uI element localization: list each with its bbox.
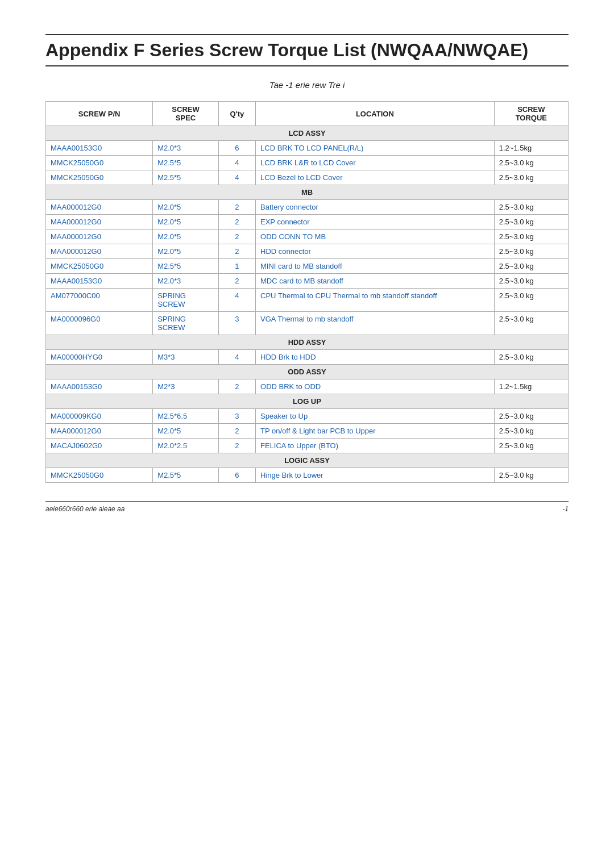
- spec-cell: M2.0*3: [153, 141, 219, 156]
- spec-cell: M2.0*5: [153, 200, 219, 215]
- qty-cell: 2: [218, 244, 255, 259]
- location-cell: CPU Thermal to CPU Thermal to mb standof…: [256, 289, 495, 312]
- pn-cell: MMCK25050G0: [46, 259, 153, 274]
- pn-cell: MAA000012G0: [46, 424, 153, 439]
- torque-cell: 2.5~3.0 kg: [494, 200, 568, 215]
- qty-cell: 2: [218, 439, 255, 453]
- table-row: MAA000012G0M2.0*52HDD connector2.5~3.0 k…: [46, 244, 569, 259]
- torque-cell: 1.2~1.5kg: [494, 141, 568, 156]
- pn-cell: MAA000012G0: [46, 215, 153, 229]
- spec-cell: M2.0*5: [153, 229, 219, 244]
- section-header-row: LOGIC ASSY: [46, 453, 569, 468]
- qty-cell: 3: [218, 409, 255, 424]
- spec-cell: M2.5*5: [153, 259, 219, 274]
- table-row: MAA000012G0M2.0*52ODD CONN TO MB2.5~3.0 …: [46, 229, 569, 244]
- location-cell: EXP connector: [256, 215, 495, 229]
- qty-cell: 4: [218, 156, 255, 170]
- qty-cell: 4: [218, 350, 255, 365]
- table-row: MMCK25050G0M2.5*56Hinge Brk to Lower2.5~…: [46, 468, 569, 483]
- spec-cell: M2.0*5: [153, 424, 219, 439]
- pn-cell: MA0000096G0: [46, 312, 153, 335]
- section-header-row: ODD ASSY: [46, 365, 569, 379]
- qty-cell: 2: [218, 200, 255, 215]
- spec-cell: M2.5*5: [153, 468, 219, 483]
- pn-cell: MACAJ0602G0: [46, 439, 153, 453]
- table-row: MAA000012G0M2.0*52EXP connector2.5~3.0 k…: [46, 215, 569, 229]
- spec-cell: SPRINGSCREW: [153, 312, 219, 335]
- page-title: Appendix F Series Screw Torque List (NWQ…: [45, 40, 569, 66]
- section-header-row: HDD ASSY: [46, 335, 569, 350]
- torque-cell: 2.5~3.0 kg: [494, 170, 568, 185]
- table-row: MMCK25050G0M2.5*51MINI card to MB stando…: [46, 259, 569, 274]
- section-header-row: LOG UP: [46, 394, 569, 409]
- table-row: MAAA00153G0M2*32ODD BRK to ODD1.2~1.5kg: [46, 379, 569, 394]
- pn-cell: MA00000HYG0: [46, 350, 153, 365]
- qty-cell: 1: [218, 259, 255, 274]
- torque-cell: 2.5~3.0 kg: [494, 312, 568, 335]
- table-subtitle: Tae -1 erie rew Tre i: [45, 80, 569, 90]
- qty-cell: 4: [218, 170, 255, 185]
- pn-cell: MMCK25050G0: [46, 468, 153, 483]
- pn-cell: MAAA00153G0: [46, 274, 153, 289]
- location-cell: Hinge Brk to Lower: [256, 468, 495, 483]
- spec-cell: M2.0*5: [153, 244, 219, 259]
- location-cell: LCD BRK TO LCD PANEL(R/L): [256, 141, 495, 156]
- torque-cell: 2.5~3.0 kg: [494, 439, 568, 453]
- table-row: MA000009KG0M2.5*6.53Speaker to Up2.5~3.0…: [46, 409, 569, 424]
- location-cell: HDD connector: [256, 244, 495, 259]
- qty-cell: 6: [218, 141, 255, 156]
- spec-cell: M2.0*2.5: [153, 439, 219, 453]
- location-cell: MINI card to MB standoff: [256, 259, 495, 274]
- spec-cell: M2.5*5: [153, 170, 219, 185]
- torque-cell: 2.5~3.0 kg: [494, 156, 568, 170]
- table-row: MMCK25050G0M2.5*54LCD Bezel to LCD Cover…: [46, 170, 569, 185]
- header-location: LOCATION: [256, 102, 495, 126]
- torque-cell: 2.5~3.0 kg: [494, 215, 568, 229]
- spec-cell: M2*3: [153, 379, 219, 394]
- qty-cell: 3: [218, 312, 255, 335]
- footer-right: -1: [562, 505, 569, 513]
- pn-cell: MAA000012G0: [46, 244, 153, 259]
- location-cell: VGA Thermal to mb standoff: [256, 312, 495, 335]
- table-row: MA0000096G0SPRINGSCREW3VGA Thermal to mb…: [46, 312, 569, 335]
- spec-cell: M2.0*3: [153, 274, 219, 289]
- pn-cell: MAA000012G0: [46, 200, 153, 215]
- qty-cell: 2: [218, 274, 255, 289]
- spec-cell: M3*3: [153, 350, 219, 365]
- qty-cell: 2: [218, 229, 255, 244]
- pn-cell: AM077000C00: [46, 289, 153, 312]
- location-cell: Battery connector: [256, 200, 495, 215]
- header-torque: SCREWTORQUE: [494, 102, 568, 126]
- torque-cell: 2.5~3.0 kg: [494, 244, 568, 259]
- table-row: MMCK25050G0M2.5*54LCD BRK L&R to LCD Cov…: [46, 156, 569, 170]
- location-cell: ODD CONN TO MB: [256, 229, 495, 244]
- footer-left: aeie660r660 erie aieae aa: [45, 505, 125, 513]
- pn-cell: MAAA00153G0: [46, 141, 153, 156]
- section-header-row: MB: [46, 185, 569, 200]
- table-row: MAAA00153G0M2.0*32MDC card to MB standof…: [46, 274, 569, 289]
- header-pn: SCREW P/N: [46, 102, 153, 126]
- pn-cell: MA000009KG0: [46, 409, 153, 424]
- header-spec: SCREWSPEC: [153, 102, 219, 126]
- spec-cell: M2.0*5: [153, 215, 219, 229]
- table-row: MAA000012G0M2.0*52TP on/off & Light bar …: [46, 424, 569, 439]
- location-cell: HDD Brk to HDD: [256, 350, 495, 365]
- torque-cell: 2.5~3.0 kg: [494, 259, 568, 274]
- table-row: MAAA00153G0M2.0*36LCD BRK TO LCD PANEL(R…: [46, 141, 569, 156]
- location-cell: Speaker to Up: [256, 409, 495, 424]
- location-cell: FELICA to Upper (BTO): [256, 439, 495, 453]
- pn-cell: MAA000012G0: [46, 229, 153, 244]
- location-cell: LCD BRK L&R to LCD Cover: [256, 156, 495, 170]
- pn-cell: MMCK25050G0: [46, 156, 153, 170]
- spec-cell: SPRINGSCREW: [153, 289, 219, 312]
- table-row: AM077000C00SPRINGSCREW4CPU Thermal to CP…: [46, 289, 569, 312]
- location-cell: MDC card to MB standoff: [256, 274, 495, 289]
- torque-cell: 2.5~3.0 kg: [494, 468, 568, 483]
- torque-cell: 2.5~3.0 kg: [494, 274, 568, 289]
- location-cell: TP on/off & Light bar PCB to Upper: [256, 424, 495, 439]
- location-cell: ODD BRK to ODD: [256, 379, 495, 394]
- location-cell: LCD Bezel to LCD Cover: [256, 170, 495, 185]
- torque-cell: 2.5~3.0 kg: [494, 229, 568, 244]
- table-row: MA00000HYG0M3*34HDD Brk to HDD2.5~3.0 kg: [46, 350, 569, 365]
- torque-cell: 1.2~1.5kg: [494, 379, 568, 394]
